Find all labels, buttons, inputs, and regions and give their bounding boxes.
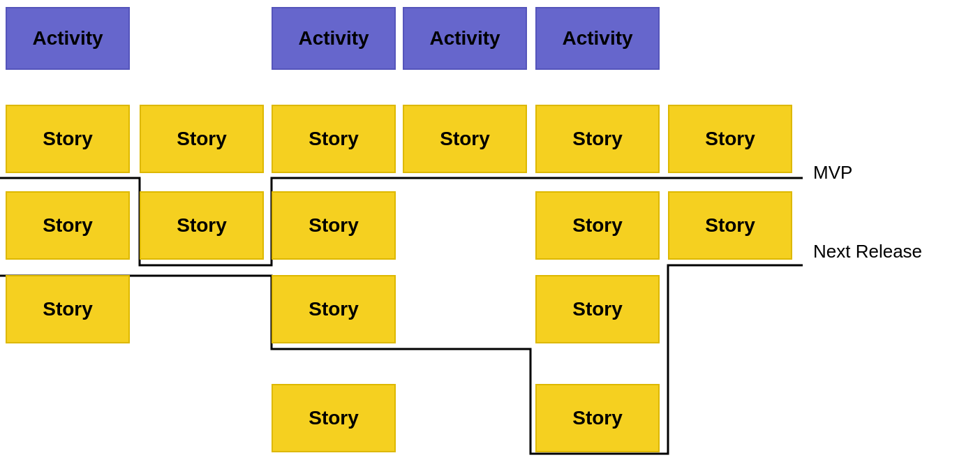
story-label-3: Story — [309, 128, 359, 150]
activity-card-4[interactable]: Activity — [535, 7, 660, 70]
story-label-1: Story — [43, 128, 93, 150]
story-label-4: Story — [440, 128, 490, 150]
story-label-12: Story — [43, 298, 93, 320]
story-label-6: Story — [705, 128, 755, 150]
story-card-2[interactable]: Story — [140, 105, 264, 173]
story-card-15[interactable]: Story — [272, 384, 396, 452]
story-card-4[interactable]: Story — [403, 105, 527, 173]
story-label-16: Story — [572, 407, 623, 429]
activity-label-3: Activity — [429, 27, 500, 50]
story-card-11[interactable]: Story — [668, 191, 792, 260]
story-label-7: Story — [43, 214, 93, 237]
story-card-13[interactable]: Story — [272, 275, 396, 343]
story-card-16[interactable]: Story — [535, 384, 660, 452]
activity-card-2[interactable]: Activity — [272, 7, 396, 70]
activity-label-2: Activity — [298, 27, 369, 50]
story-label-11: Story — [705, 214, 755, 237]
activity-card-1[interactable]: Activity — [6, 7, 130, 70]
next-release-label: Next Release — [813, 241, 922, 262]
story-card-12[interactable]: Story — [6, 275, 130, 343]
story-card-6[interactable]: Story — [668, 105, 792, 173]
story-label-2: Story — [177, 128, 227, 150]
story-label-9: Story — [309, 214, 359, 237]
story-card-3[interactable]: Story — [272, 105, 396, 173]
story-card-14[interactable]: Story — [535, 275, 660, 343]
story-label-5: Story — [572, 128, 623, 150]
story-label-10: Story — [572, 214, 623, 237]
story-card-1[interactable]: Story — [6, 105, 130, 173]
story-card-9[interactable]: Story — [272, 191, 396, 260]
activity-label-4: Activity — [562, 27, 632, 50]
story-card-7[interactable]: Story — [6, 191, 130, 260]
story-card-10[interactable]: Story — [535, 191, 660, 260]
story-label-14: Story — [572, 298, 623, 320]
story-card-5[interactable]: Story — [535, 105, 660, 173]
story-label-15: Story — [309, 407, 359, 429]
story-card-8[interactable]: Story — [140, 191, 264, 260]
story-label-13: Story — [309, 298, 359, 320]
activity-card-3[interactable]: Activity — [403, 7, 527, 70]
activity-label-1: Activity — [32, 27, 103, 50]
story-label-8: Story — [177, 214, 227, 237]
mvp-label: MVP — [813, 162, 852, 184]
